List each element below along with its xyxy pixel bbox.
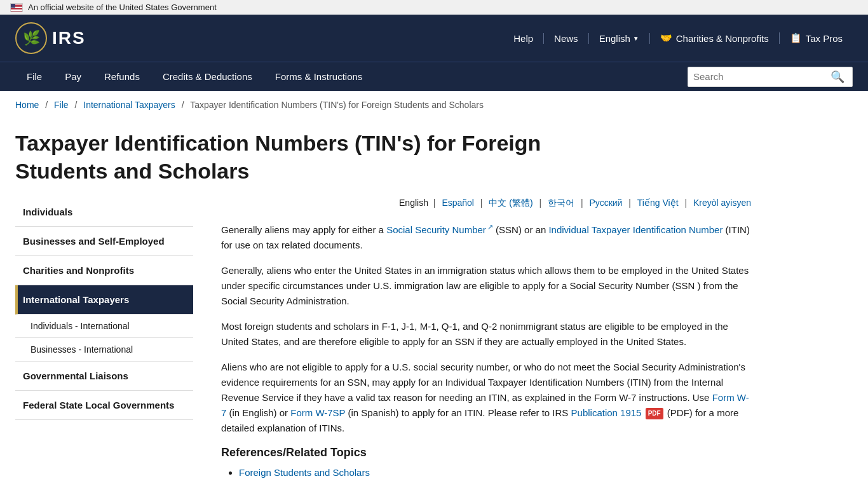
chevron-down-icon: ▼ bbox=[633, 35, 639, 42]
charities-link[interactable]: 🤝 Charities & Nonprofits bbox=[650, 32, 780, 44]
us-flag-icon bbox=[10, 3, 23, 12]
lang-russian-link[interactable]: Русский bbox=[589, 198, 622, 208]
para1-text: Generally aliens may apply for either a bbox=[221, 224, 386, 235]
search-box: 🔍 bbox=[688, 67, 853, 87]
breadcrumb-sep-2: / bbox=[74, 100, 77, 110]
breadcrumb-sep-3: / bbox=[182, 100, 184, 110]
main-nav: File Pay Refunds Credits & Deductions Fo… bbox=[0, 62, 868, 91]
sidebar-item-individuals[interactable]: Individuals bbox=[15, 198, 193, 227]
lang-korean-link[interactable]: 한국어 bbox=[548, 198, 574, 208]
lang-vietnamese-link[interactable]: Tiếng Việt bbox=[637, 198, 679, 208]
sidebar: Individuals Businesses and Self-Employed… bbox=[15, 198, 206, 483]
nav-item-file[interactable]: File bbox=[15, 62, 53, 91]
para4-mid1: (in English) or bbox=[226, 407, 290, 418]
header-nav: Help News English ▼ 🤝 Charities & Nonpro… bbox=[503, 32, 853, 44]
sidebar-subitem-individuals-intl[interactable]: Individuals - International bbox=[15, 315, 193, 338]
nav-item-refunds[interactable]: Refunds bbox=[93, 62, 151, 91]
para1-mid: (SSN) or an bbox=[493, 224, 549, 235]
para4-mid2: (in Spanish) to apply for an ITIN. Pleas… bbox=[345, 407, 571, 418]
lang-chinese-link[interactable]: 中文 (繁體) bbox=[489, 198, 532, 208]
breadcrumb-file[interactable]: File bbox=[54, 100, 69, 110]
gov-banner-text: An official website of the United States… bbox=[28, 3, 217, 12]
nav-item-pay[interactable]: Pay bbox=[53, 62, 93, 91]
irs-wreath-icon: 🌿 bbox=[23, 30, 40, 46]
site-header: 🌿 IRS Help News English ▼ 🤝 Charities & … bbox=[0, 15, 868, 62]
breadcrumb-home[interactable]: Home bbox=[15, 100, 39, 110]
charities-icon: 🤝 bbox=[660, 32, 672, 44]
references-heading: References/Related Topics bbox=[221, 446, 752, 459]
lang-selector-inner: English ▼ bbox=[599, 33, 639, 44]
sidebar-item-businesses[interactable]: Businesses and Self-Employed bbox=[15, 227, 193, 256]
sidebar-item-charities[interactable]: Charities and Nonprofits bbox=[15, 256, 193, 285]
form-w7sp-link[interactable]: Form W-7SP bbox=[290, 407, 345, 418]
language-label: English bbox=[599, 33, 630, 44]
sidebar-item-gov-liaisons[interactable]: Governmental Liaisons bbox=[15, 362, 193, 391]
main-content: Individuals Businesses and Self-Employed… bbox=[0, 198, 868, 483]
nav-item-credits[interactable]: Credits & Deductions bbox=[151, 62, 264, 91]
breadcrumb-current: Taxpayer Identification Numbers (TIN's) … bbox=[190, 100, 484, 110]
news-link[interactable]: News bbox=[544, 33, 589, 44]
content-para-4: Aliens who are not eligible to apply for… bbox=[221, 360, 752, 436]
irs-logo-icon: 🌿 bbox=[15, 22, 47, 54]
breadcrumb-international[interactable]: International Taxpayers bbox=[83, 100, 175, 110]
search-button[interactable]: 🔍 bbox=[828, 70, 847, 84]
sidebar-item-international[interactable]: International Taxpayers bbox=[15, 285, 193, 315]
reference-link-foreign-students[interactable]: Foreign Students and Scholars bbox=[239, 467, 370, 478]
help-link[interactable]: Help bbox=[503, 33, 544, 44]
list-item: Foreign Students and Scholars bbox=[239, 467, 752, 478]
content-area: English | Español | 中文 (繁體) | 한국어 | Русс… bbox=[206, 198, 752, 483]
pub1915-link[interactable]: Publication 1915 bbox=[571, 407, 642, 418]
breadcrumb: Home / File / International Taxpayers / … bbox=[0, 91, 868, 119]
content-para-3: Most foreign students and scholars in F-… bbox=[221, 319, 752, 349]
gov-banner: An official website of the United States… bbox=[0, 0, 868, 15]
tax-pros-link[interactable]: 📋 Tax Pros bbox=[780, 32, 853, 44]
language-selector[interactable]: English ▼ bbox=[589, 33, 650, 44]
para4-start: Aliens who are not eligible to apply for… bbox=[221, 362, 745, 403]
nav-item-forms[interactable]: Forms & Instructions bbox=[264, 62, 374, 91]
content-para-1: Generally aliens may apply for either a … bbox=[221, 222, 752, 253]
lang-creole-link[interactable]: Kreyòl ayisyen bbox=[693, 198, 751, 208]
external-link-icon: ↗ bbox=[487, 222, 493, 233]
content-para-2: Generally, aliens who enter the United S… bbox=[221, 263, 752, 309]
references-list: Foreign Students and Scholars bbox=[221, 467, 752, 478]
sidebar-subitem-businesses-intl[interactable]: Businesses - International bbox=[15, 338, 193, 362]
irs-logo-text: IRS bbox=[52, 28, 86, 48]
search-input[interactable] bbox=[693, 71, 828, 82]
irs-logo[interactable]: 🌿 IRS bbox=[15, 22, 86, 54]
pdf-badge: PDF bbox=[646, 408, 663, 419]
itin-link[interactable]: Individual Taxpayer Identification Numbe… bbox=[548, 224, 722, 235]
sidebar-item-fed-state-local[interactable]: Federal State Local Governments bbox=[15, 391, 193, 420]
lang-english: English bbox=[399, 198, 428, 208]
ssn-link[interactable]: Social Security Number bbox=[386, 224, 486, 235]
page-title: Taxpayer Identification Numbers (TIN's) … bbox=[0, 119, 572, 198]
language-switcher: English | Español | 中文 (繁體) | 한국어 | Русс… bbox=[221, 198, 752, 209]
tax-pros-icon: 📋 bbox=[790, 32, 802, 44]
lang-espanol-link[interactable]: Español bbox=[442, 198, 474, 208]
nav-links: File Pay Refunds Credits & Deductions Fo… bbox=[15, 62, 374, 91]
breadcrumb-sep-1: / bbox=[45, 100, 48, 110]
